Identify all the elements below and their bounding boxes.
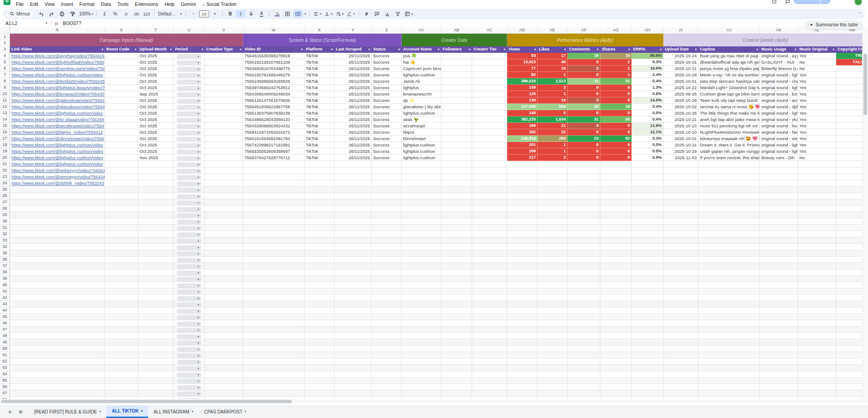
cell-period[interactable]: ▾ (174, 199, 205, 206)
cell-period[interactable]: ▾ (174, 371, 205, 378)
cell[interactable] (372, 365, 402, 371)
period-dropdown[interactable]: ▾ (177, 73, 201, 78)
period-dropdown[interactable]: ▾ (177, 111, 201, 116)
cell[interactable] (10, 250, 105, 257)
cell[interactable]: 2025-10-01 (663, 78, 698, 85)
cell[interactable] (441, 212, 472, 218)
cell[interactable] (402, 301, 441, 307)
cell[interactable] (538, 327, 568, 333)
cell-period[interactable]: ▾ (174, 97, 205, 104)
cell-period[interactable]: ▾ (174, 231, 205, 237)
cell[interactable]: 7556192126107651339 (243, 59, 304, 65)
cell[interactable] (760, 237, 798, 244)
cell[interactable] (632, 307, 663, 314)
cell[interactable] (243, 225, 304, 231)
cell[interactable] (105, 365, 138, 371)
cell[interactable] (538, 295, 568, 301)
cell[interactable] (472, 378, 507, 384)
cell-period[interactable]: ▾ (174, 136, 205, 142)
cell[interactable]: 16 (538, 97, 568, 104)
cell-period[interactable]: ▾ (174, 307, 205, 314)
row-number-47[interactable]: 47 (0, 327, 10, 333)
cell[interactable] (507, 339, 538, 346)
cell[interactable] (698, 269, 760, 276)
cell[interactable] (441, 104, 472, 110)
period-dropdown[interactable]: ▾ (177, 379, 201, 383)
cell[interactable] (372, 263, 402, 269)
chevron-down-icon[interactable]: ▾ (100, 410, 101, 413)
cell[interactable] (10, 378, 105, 384)
cell[interactable] (472, 129, 507, 136)
cell-period[interactable]: ▾ (174, 295, 205, 301)
cell[interactable] (798, 212, 836, 218)
cell[interactable] (698, 352, 760, 358)
cell[interactable] (243, 276, 304, 282)
cell[interactable] (334, 282, 372, 288)
column-header-status[interactable]: Status▾ (372, 46, 402, 53)
cell[interactable] (507, 237, 538, 244)
row-number-26[interactable]: 26 (0, 193, 10, 199)
tiktok-link[interactable]: https://www.tiktok.com/@lightplus.cushio… (11, 149, 103, 154)
cell[interactable] (441, 206, 472, 212)
cell[interactable] (243, 199, 304, 206)
cell[interactable] (760, 282, 798, 288)
row-number-46[interactable]: 46 (0, 320, 10, 327)
cell[interactable] (105, 250, 138, 257)
cell[interactable]: 0 (568, 91, 600, 97)
cell[interactable] (205, 97, 243, 104)
cell[interactable] (205, 110, 243, 116)
cell[interactable]: hai 👋 (402, 59, 441, 65)
cell-period[interactable]: ▾ (174, 167, 205, 174)
cell[interactable] (760, 180, 798, 186)
cell-period[interactable]: ▾ (174, 320, 205, 327)
filter-chevron-icon[interactable]: ▾ (201, 46, 203, 52)
cell[interactable]: 4 (568, 123, 600, 129)
cell-period[interactable]: ▾ (174, 142, 205, 148)
cell[interactable] (600, 206, 632, 212)
filter-chevron-icon[interactable]: ▾ (660, 46, 662, 52)
cell[interactable] (304, 333, 334, 339)
cell[interactable]: aneh bgt tiap abis pake masa kulit (698, 116, 760, 123)
cell-err[interactable] (632, 180, 663, 186)
cell[interactable] (600, 339, 632, 346)
cell[interactable] (441, 110, 472, 116)
cell-period[interactable]: ▾ (174, 301, 205, 307)
cell[interactable] (105, 186, 138, 193)
cell[interactable]: Yes (798, 148, 836, 155)
cell[interactable] (441, 129, 472, 136)
cell[interactable] (472, 59, 507, 65)
cell-period[interactable]: ▾ (174, 155, 205, 161)
cell[interactable] (402, 244, 441, 250)
column-header-creative-type[interactable]: Creative Type▾ (205, 46, 243, 53)
cell[interactable] (600, 174, 632, 180)
cell[interactable] (600, 288, 632, 295)
cell[interactable] (472, 358, 507, 365)
cell[interactable] (663, 397, 698, 399)
cell[interactable] (798, 333, 836, 339)
cell[interactable] (138, 180, 174, 186)
cell[interactable] (760, 333, 798, 339)
cell[interactable]: Oct 2025 (138, 85, 174, 91)
cell[interactable] (472, 212, 507, 218)
cell[interactable] (760, 378, 798, 384)
period-dropdown[interactable]: ▾ (177, 118, 201, 122)
cell[interactable] (402, 339, 441, 346)
cell[interactable] (472, 390, 507, 397)
cell[interactable]: TikTok (304, 91, 334, 97)
cell[interactable] (538, 212, 568, 218)
menu-extensions[interactable]: Extensions (132, 0, 161, 8)
cell[interactable] (10, 288, 105, 295)
cell[interactable] (760, 314, 798, 320)
period-dropdown[interactable]: ▾ (177, 80, 201, 84)
cell[interactable] (205, 250, 243, 257)
cell[interactable] (538, 193, 568, 199)
cell[interactable] (10, 282, 105, 288)
cell[interactable] (441, 327, 472, 333)
cell-err[interactable]: 0.8% (632, 91, 663, 97)
borders-button[interactable] (283, 10, 292, 18)
cell-period[interactable]: ▾ (174, 104, 205, 110)
menu-data[interactable]: Data (98, 0, 114, 8)
menu-tools[interactable]: Tools (114, 0, 132, 8)
cell-period[interactable]: ▾ (174, 78, 205, 85)
cell[interactable]: 2 (538, 85, 568, 91)
